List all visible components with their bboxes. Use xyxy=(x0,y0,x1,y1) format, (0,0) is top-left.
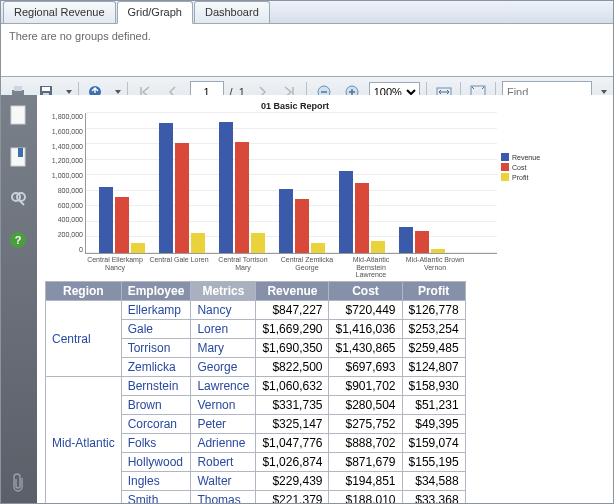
cell-profit: $253,254 xyxy=(402,320,465,339)
cell-firstname[interactable]: Robert xyxy=(191,453,256,472)
cell-profit: $126,778 xyxy=(402,301,465,320)
bookmarks-icon[interactable] xyxy=(9,147,29,167)
cell-profit: $34,588 xyxy=(402,472,465,491)
cell-lastname[interactable]: Hollywood xyxy=(121,453,191,472)
svg-rect-16 xyxy=(18,148,23,157)
tab-dashboard[interactable]: Dashboard xyxy=(194,1,270,23)
group-strip: There are no groups defined. xyxy=(1,24,613,77)
cell-revenue: $325,147 xyxy=(256,415,329,434)
bar xyxy=(355,183,369,253)
cell-region[interactable]: Mid-Atlantic xyxy=(46,377,122,503)
tab-bar: Regional Revenue Grid/Graph Dashboard xyxy=(1,1,613,24)
cell-profit: $33,368 xyxy=(402,491,465,503)
bar xyxy=(371,241,385,253)
cell-lastname[interactable]: Ingles xyxy=(121,472,191,491)
sidebar: ? xyxy=(1,95,37,503)
search-panel-icon[interactable] xyxy=(9,189,29,209)
bar xyxy=(191,233,205,253)
cell-cost: $697,693 xyxy=(329,358,402,377)
cell-lastname[interactable]: Corcoran xyxy=(121,415,191,434)
bar xyxy=(251,233,265,253)
cell-profit: $155,195 xyxy=(402,453,465,472)
cell-revenue: $229,439 xyxy=(256,472,329,491)
cell-profit: $124,807 xyxy=(402,358,465,377)
cell-firstname[interactable]: Lawrence xyxy=(191,377,256,396)
cell-revenue: $847,227 xyxy=(256,301,329,320)
bar xyxy=(399,227,413,253)
cell-firstname[interactable]: Thomas xyxy=(191,491,256,503)
cell-revenue: $1,669,290 xyxy=(256,320,329,339)
bar xyxy=(175,143,189,253)
cell-firstname[interactable]: George xyxy=(191,358,256,377)
cell-lastname[interactable]: Torrison xyxy=(121,339,191,358)
bar xyxy=(99,187,113,253)
tab-grid-graph[interactable]: Grid/Graph xyxy=(117,1,193,24)
cell-lastname[interactable]: Zemlicka xyxy=(121,358,191,377)
export-dropdown-icon[interactable] xyxy=(115,90,121,94)
cell-cost: $871,679 xyxy=(329,453,402,472)
cell-profit: $259,485 xyxy=(402,339,465,358)
tab-regional-revenue[interactable]: Regional Revenue xyxy=(3,1,116,23)
svg-text:?: ? xyxy=(15,234,22,246)
cell-revenue: $1,047,776 xyxy=(256,434,329,453)
cell-cost: $720,449 xyxy=(329,301,402,320)
bar xyxy=(295,199,309,253)
chart-legend: RevenueCostProfit xyxy=(497,113,545,254)
save-dropdown-icon[interactable] xyxy=(66,90,72,94)
chart-x-axis: Central Ellerkamp NancyCentral Gale Lore… xyxy=(83,254,545,279)
bar xyxy=(339,171,353,253)
page-thumbnails-icon[interactable] xyxy=(9,105,29,125)
cell-lastname[interactable]: Smith xyxy=(121,491,191,503)
cell-firstname[interactable]: Vernon xyxy=(191,396,256,415)
bar xyxy=(279,189,293,253)
col-employee[interactable]: Employee xyxy=(121,282,191,301)
cell-lastname[interactable]: Bernstein xyxy=(121,377,191,396)
cell-region[interactable]: Central xyxy=(46,301,122,377)
cell-firstname[interactable]: Loren xyxy=(191,320,256,339)
cell-firstname[interactable]: Walter xyxy=(191,472,256,491)
table-row: Mid-AtlanticBernsteinLawrence$1,060,632$… xyxy=(46,377,466,396)
cell-cost: $188,010 xyxy=(329,491,402,503)
cell-profit: $49,395 xyxy=(402,415,465,434)
col-region[interactable]: Region xyxy=(46,282,122,301)
cell-firstname[interactable]: Adrienne xyxy=(191,434,256,453)
bar xyxy=(311,243,325,253)
cell-lastname[interactable]: Folks xyxy=(121,434,191,453)
cell-cost: $275,752 xyxy=(329,415,402,434)
cell-profit: $159,074 xyxy=(402,434,465,453)
col-cost[interactable]: Cost xyxy=(329,282,402,301)
cell-lastname[interactable]: Ellerkamp xyxy=(121,301,191,320)
cell-cost: $888,702 xyxy=(329,434,402,453)
cell-revenue: $1,026,874 xyxy=(256,453,329,472)
chart-plot xyxy=(85,113,497,254)
cell-lastname[interactable]: Gale xyxy=(121,320,191,339)
bar xyxy=(115,197,129,253)
cell-cost: $901,702 xyxy=(329,377,402,396)
find-dropdown-icon[interactable] xyxy=(601,90,607,94)
cell-revenue: $822,500 xyxy=(256,358,329,377)
cell-profit: $51,231 xyxy=(402,396,465,415)
cell-firstname[interactable]: Mary xyxy=(191,339,256,358)
cell-profit: $158,930 xyxy=(402,377,465,396)
cell-lastname[interactable]: Brown xyxy=(121,396,191,415)
cell-firstname[interactable]: Nancy xyxy=(191,301,256,320)
chart-title: 01 Basic Report xyxy=(45,101,545,111)
svg-rect-1 xyxy=(14,86,22,91)
bar xyxy=(131,243,145,253)
table-row: CentralEllerkampNancy$847,227$720,449$12… xyxy=(46,301,466,320)
bar xyxy=(219,122,233,253)
cell-firstname[interactable]: Peter xyxy=(191,415,256,434)
attachments-icon[interactable] xyxy=(9,473,29,493)
cell-revenue: $1,060,632 xyxy=(256,377,329,396)
help-icon[interactable]: ? xyxy=(9,231,29,251)
report-content: 01 Basic Report 1,800,0001,600,0001,400,… xyxy=(37,95,613,503)
cell-cost: $1,416,036 xyxy=(329,320,402,339)
col-revenue[interactable]: Revenue xyxy=(256,282,329,301)
col-metrics[interactable]: Metrics xyxy=(191,282,256,301)
bar xyxy=(431,249,445,253)
data-table: Region Employee Metrics Revenue Cost Pro… xyxy=(45,281,466,503)
bar xyxy=(235,142,249,253)
cell-revenue: $1,690,350 xyxy=(256,339,329,358)
col-profit[interactable]: Profit xyxy=(402,282,465,301)
bar xyxy=(415,231,429,253)
